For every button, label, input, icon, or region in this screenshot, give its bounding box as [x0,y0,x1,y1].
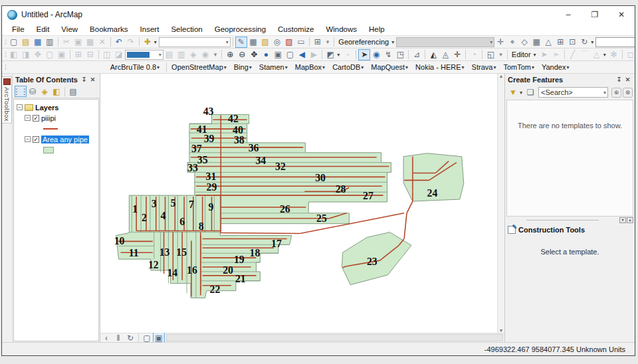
pipe-line[interactable] [404,213,407,239]
fixed-zoom-out-icon[interactable]: ▢ [284,49,296,60]
topology-fix-icon[interactable]: ▣ [56,49,68,60]
layer-visibility-checkbox[interactable]: ✓ [33,115,39,122]
dropdown-arrow-icon[interactable]: ▾ [336,52,342,58]
dropdown-arrow-icon[interactable]: ▾ [603,52,608,58]
minimize-button[interactable]: – [555,7,582,23]
doc-b-icon[interactable]: ▥ [175,49,187,60]
toolbar-overflow-icon[interactable]: ▾ [496,51,505,58]
search-go-icon[interactable]: ⊕ [611,88,621,98]
menu-item-edit[interactable]: Edit [31,24,56,35]
time-slider-icon[interactable]: ◔ [468,49,480,60]
dropdown-arrow-icon[interactable]: ▾ [590,39,595,45]
find-route-icon[interactable]: ◬ [439,49,451,60]
splitter-collapse-icon[interactable]: ▾ [619,217,626,223]
full-extent-icon[interactable]: ● [260,49,272,60]
arc-segment-icon[interactable]: ⌒ [579,49,591,60]
map-horizontal-scrollbar[interactable] [166,334,503,341]
scroll-down-icon[interactable]: ▼ [499,328,504,333]
layer-name-label[interactable]: Area any pipe [41,136,89,143]
restore-button[interactable]: ❐ [582,7,608,23]
modelbuilder-icon[interactable]: ⊞ [312,37,324,48]
topology-error-icon[interactable]: ◨ [20,49,32,60]
basemap-mapquest[interactable]: MapQuest▾ [368,63,413,71]
basemap-openstreetmap[interactable]: OpenStreetMap▾ [169,63,231,71]
toc-options-icon[interactable]: ▤ [67,86,79,97]
menu-item-help[interactable]: Help [363,24,391,35]
menu-item-view[interactable]: View [55,24,84,35]
list-by-selection-icon[interactable]: ◧ [51,86,62,97]
menu-item-file[interactable]: File [6,24,31,35]
map-vertical-scrollbar[interactable]: ▲ ▼ [497,74,504,333]
pipe-line[interactable] [220,233,300,234]
pipe-line[interactable] [407,201,413,213]
layer-expand-box[interactable]: − [25,115,31,121]
hyperlink-icon[interactable]: ↯ [382,49,394,60]
fixed-zoom-in-icon[interactable]: ▣ [272,49,284,60]
basemap-cartodb[interactable]: CartoDB▾ [330,63,368,71]
template-search-input[interactable]: <Search> ▾ [538,87,608,98]
go-to-xy-icon[interactable]: ✛ [451,49,463,60]
redo-icon[interactable]: ↷ [125,37,137,48]
undo-icon[interactable]: ↶ [113,37,125,48]
back-extent-icon[interactable]: ◀ [296,49,308,60]
menu-item-customize[interactable]: Customize [272,24,320,35]
create-features-close-icon[interactable]: ✕ [623,75,632,84]
grid-b-icon[interactable]: ⊟ [84,49,96,60]
rotation-value-input[interactable] [595,37,635,47]
search-dropdown-icon[interactable]: ▾ [603,90,607,96]
table-of-contents-window-icon[interactable]: ▦ [247,37,259,48]
edit-annotation-icon[interactable]: ➣ [550,49,562,60]
clear-selection-icon[interactable]: ▫ [342,49,354,60]
measure-icon[interactable]: ⊿ [411,49,423,60]
organize-templates-icon[interactable]: ❏ [524,87,536,98]
select-elements-icon[interactable]: ➤ [358,49,370,60]
basemap-bing[interactable]: Bing▾ [231,63,257,71]
toolbar-overflow-icon[interactable]: ▾ [211,51,220,58]
menu-item-geoprocessing[interactable]: Geoprocessing [209,24,272,35]
basemap-tomtom[interactable]: TomTom▾ [500,63,539,71]
new-document-icon[interactable]: ▢ [8,37,20,48]
delete-icon[interactable]: ✕ [96,37,108,48]
find-icon[interactable]: ◭ [427,49,439,60]
arctoolbox-tab[interactable]: ArcToolbox [2,76,12,124]
lock-icon[interactable]: ◈ [187,49,199,60]
view-link-table-icon[interactable]: ▦ [530,37,542,48]
open-folder-icon[interactable]: ▤ [20,37,32,48]
catalog-window-icon[interactable]: ▧ [259,37,271,48]
select-link-icon[interactable]: ⌖ [506,37,518,48]
toolbar-combo[interactable]: ▾ [159,37,231,47]
search-clear-icon[interactable]: ⊗ [623,88,633,98]
identify-icon[interactable]: ◉ [370,49,382,60]
layer-visibility-checkbox[interactable]: ✓ [33,136,39,143]
menu-item-windows[interactable]: Windows [320,24,363,35]
copy-icon[interactable]: ▣ [72,37,84,48]
select-features-icon[interactable]: ◩ [324,49,336,60]
html-popup-icon[interactable]: ◳ [394,49,406,60]
grid-a-icon[interactable]: ⊞ [72,49,84,60]
editor-menu-label[interactable]: Editor [510,50,533,58]
viewer-window-icon[interactable]: ◱ [484,49,496,60]
trace-icon[interactable]: △ [591,49,603,60]
template-filter-icon[interactable]: ▼ [507,87,519,98]
image-window-icon[interactable]: ⊡ [566,37,578,48]
dropdown-arrow-icon[interactable]: ▾ [154,39,159,45]
python-window-icon[interactable]: ▭ [295,37,307,48]
add-control-points-icon[interactable]: ✛ [494,37,506,48]
layer-name-label[interactable]: piiipi [41,114,56,122]
layers-expand-box[interactable]: − [17,104,23,110]
pan-icon[interactable]: ✥ [248,49,260,60]
menu-item-insert[interactable]: Insert [134,24,165,35]
scroll-up-icon[interactable]: ▲ [499,74,504,78]
toolbar-overflow-icon[interactable]: ▾ [324,39,332,45]
layers-root-label[interactable]: Layers [35,104,58,112]
straight-segment-icon[interactable]: ╱ [567,49,579,60]
page-b-icon[interactable]: ◪ [113,49,125,60]
create-features-pin-icon[interactable]: ↧ [615,75,623,84]
panel-splitter[interactable]: ▾ ▴ [505,217,635,224]
arctoolbox-window-icon[interactable]: ▨ [283,37,295,48]
suspend-icon[interactable]: ◉ [199,49,211,60]
filter-dropdown-icon[interactable]: ▾ [519,90,524,96]
menu-item-selection[interactable]: Selection [165,24,208,35]
basemap-strava[interactable]: Strava▾ [469,63,501,71]
georeferencing-menu-label[interactable]: Georeferencing [336,38,391,46]
